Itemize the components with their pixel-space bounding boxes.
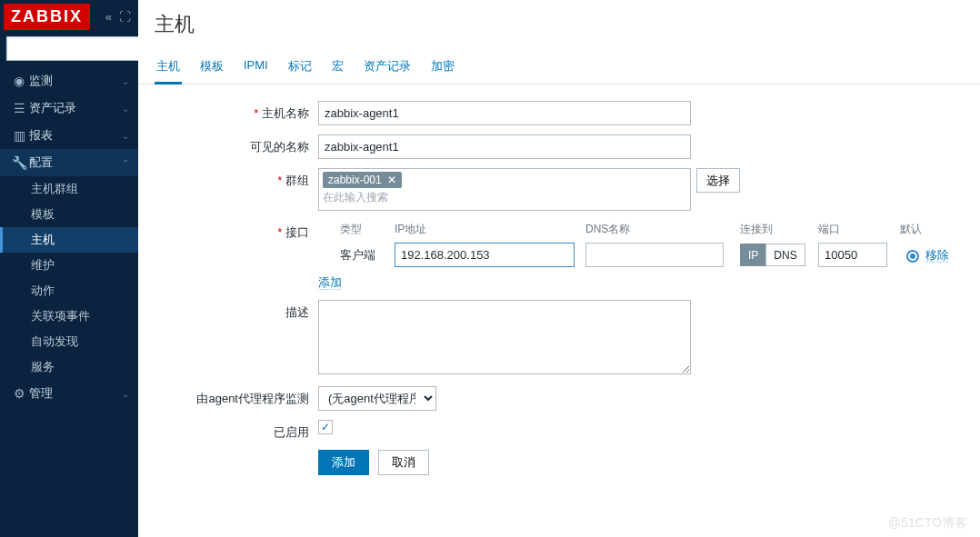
chevron-down-icon: ⌄ [122, 76, 129, 86]
host-name-label: 主机名称 [155, 101, 318, 122]
cancel-button[interactable]: 取消 [378, 450, 429, 475]
sidebar-item-label: 配置 [29, 154, 53, 171]
eye-icon: ◉ [9, 74, 29, 88]
groups-label: 群组 [155, 168, 318, 189]
sidebar-item-inventory[interactable]: ☰ 资产记录 ⌄ [0, 94, 138, 122]
chevron-down-icon: ⌄ [122, 104, 129, 114]
sidebar-item-label: 报表 [29, 127, 53, 144]
tab-host[interactable]: 主机 [155, 53, 182, 85]
sidebar-search[interactable] [5, 36, 133, 60]
groups-multiselect[interactable]: zabbix-001 ✕ 在此输入搜索 [318, 168, 691, 211]
sidebar-item-label: 管理 [29, 385, 53, 402]
connect-ip-button[interactable]: IP [740, 244, 765, 266]
col-connect-label: 连接到 [740, 222, 818, 237]
sidebar-sub-actions[interactable]: 动作 [0, 278, 138, 303]
sidebar-sub-hosts[interactable]: 主机 [0, 227, 138, 253]
visible-name-input[interactable] [318, 134, 691, 159]
group-search-placeholder: 在此输入搜索 [323, 188, 686, 207]
submit-button[interactable]: 添加 [318, 450, 369, 475]
select-group-button[interactable]: 选择 [696, 168, 740, 193]
gear-icon: ⚙ [9, 386, 29, 401]
enabled-checkbox[interactable]: ✓ [318, 420, 333, 434]
host-name-input[interactable] [318, 101, 691, 125]
collapse-icon[interactable]: « [105, 10, 112, 24]
tab-inventory[interactable]: 资产记录 [362, 53, 413, 84]
enabled-label: 已启用 [155, 420, 318, 441]
tabs: 主机 模板 IPMI 标记 宏 资产记录 加密 [138, 53, 980, 85]
chevron-down-icon: ⌄ [122, 389, 129, 399]
connect-dns-button[interactable]: DNS [765, 244, 805, 266]
interface-type: 客户端 [340, 247, 395, 264]
interface-header: 类型 IP地址 DNS名称 连接到 端口 默认 [318, 220, 964, 243]
chevron-up-icon: ⌃ [122, 158, 129, 168]
group-pill[interactable]: zabbix-001 ✕ [323, 172, 402, 188]
visible-name-label: 可见的名称 [155, 134, 318, 155]
interface-ip-input[interactable] [395, 243, 575, 267]
sidebar: ZABBIX « ⛶ ◉ 监测 ⌄ ☰ 资产记录 ⌄ ▥ [0, 0, 138, 537]
interface-row: 客户端 IP DNS 移除 [318, 243, 964, 267]
list-icon: ☰ [9, 101, 29, 115]
sidebar-item-monitoring[interactable]: ◉ 监测 ⌄ [0, 67, 138, 94]
chart-icon: ▥ [9, 128, 29, 143]
interface-port-input[interactable] [818, 243, 887, 267]
sidebar-sub-correlation[interactable]: 关联项事件 [0, 303, 138, 329]
sidebar-sub-services[interactable]: 服务 [0, 354, 138, 380]
description-textarea[interactable] [318, 300, 691, 374]
interface-dns-input[interactable] [585, 243, 724, 267]
default-interface-radio[interactable] [906, 250, 919, 263]
col-ip-label: IP地址 [395, 222, 585, 237]
chevron-down-icon: ⌄ [122, 131, 129, 141]
interfaces-label: 接口 [155, 220, 318, 241]
main-content: 主机 主机 模板 IPMI 标记 宏 资产记录 加密 主机名称 可见的名称 群组 [138, 0, 980, 537]
col-type-label: 类型 [340, 222, 395, 237]
remove-interface-link[interactable]: 移除 [925, 248, 949, 262]
sidebar-item-label: 资产记录 [29, 100, 76, 116]
sidebar-sub-discovery[interactable]: 自动发现 [0, 329, 138, 354]
expand-icon[interactable]: ⛶ [119, 10, 131, 24]
page-title: 主机 [138, 0, 980, 53]
add-interface-link[interactable]: 添加 [318, 274, 342, 291]
host-form: 主机名称 可见的名称 群组 zabbix-001 ✕ 在此输入搜索 [138, 85, 980, 501]
watermark: @51CTO博客 [888, 515, 967, 532]
tab-ipmi[interactable]: IPMI [242, 53, 270, 84]
tab-macros[interactable]: 宏 [330, 53, 345, 84]
remove-group-icon[interactable]: ✕ [387, 174, 396, 186]
description-label: 描述 [155, 300, 318, 321]
sidebar-sub-maintenance[interactable]: 维护 [0, 253, 138, 278]
brand-logo: ZABBIX [4, 4, 90, 30]
group-pill-label: zabbix-001 [328, 174, 382, 186]
sidebar-sub-hostgroups[interactable]: 主机群组 [0, 176, 138, 202]
tab-encryption[interactable]: 加密 [429, 53, 456, 84]
sidebar-item-reports[interactable]: ▥ 报表 ⌄ [0, 122, 138, 149]
col-dns-label: DNS名称 [585, 222, 740, 237]
proxy-select[interactable]: (无agent代理程序) [318, 386, 436, 411]
col-port-label: 端口 [818, 222, 900, 237]
wrench-icon: 🔧 [9, 155, 29, 170]
sidebar-item-configuration[interactable]: 🔧 配置 ⌃ [0, 149, 138, 176]
tab-templates[interactable]: 模板 [198, 53, 225, 84]
proxy-label: 由agent代理程序监测 [155, 386, 318, 407]
sidebar-sub-templates[interactable]: 模板 [0, 202, 138, 227]
col-default-label: 默认 [900, 222, 925, 237]
sidebar-item-admin[interactable]: ⚙ 管理 ⌄ [0, 380, 138, 407]
brand-row: ZABBIX « ⛶ [0, 0, 138, 33]
tab-tags[interactable]: 标记 [286, 53, 314, 84]
sidebar-item-label: 监测 [29, 73, 53, 89]
